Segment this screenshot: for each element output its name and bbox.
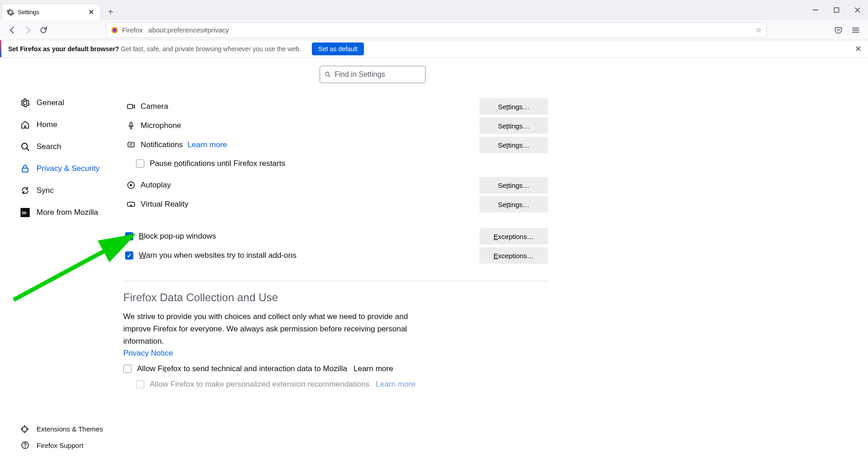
svg-rect-1 (834, 8, 839, 12)
permission-label: Virtual Reality (141, 200, 479, 209)
back-button[interactable] (5, 22, 20, 38)
nav-toolbar: Firefox about:preferences#privacy ☆ (0, 20, 868, 40)
sidebar-item-general[interactable]: General (20, 94, 119, 112)
svg-rect-11 (130, 122, 132, 126)
tab-title: Settings (18, 9, 86, 16)
allow-recommend-row: Allow Firefox to make personalized exten… (136, 380, 548, 389)
vr-settings-button[interactable]: Settings… (479, 196, 548, 213)
svg-rect-12 (128, 142, 134, 147)
sidebar-item-support[interactable]: Firefox Support (20, 437, 119, 453)
svg-point-4 (22, 144, 28, 149)
permission-label: Microphone (141, 121, 479, 130)
close-window-button[interactable] (847, 0, 868, 20)
mozilla-icon: m (20, 208, 30, 218)
permission-row-camera: Camera Settings… (123, 97, 548, 116)
sidebar-label: General (37, 98, 64, 107)
search-icon (20, 142, 30, 152)
content-area: General Home Search Privacy & Security S… (0, 58, 868, 463)
minimize-button[interactable] (805, 0, 826, 20)
svg-rect-0 (813, 10, 818, 11)
pause-notifications-label: Pause notifications until Firefox restar… (150, 159, 285, 168)
sidebar-item-privacy[interactable]: Privacy & Security (20, 160, 119, 177)
url-text: about:preferences#privacy (148, 26, 756, 34)
sidebar-item-search[interactable]: Search (20, 138, 119, 155)
svg-point-9 (326, 72, 329, 76)
search-placeholder: Find in Settings (335, 70, 385, 79)
permission-label: Notifications (141, 140, 183, 149)
popups-exceptions-button[interactable]: Exceptions… (479, 228, 548, 245)
firefox-icon (111, 27, 118, 34)
sidebar-label: Home (37, 120, 57, 129)
sidebar-label: Search (37, 142, 61, 151)
settings-main: Find in Settings Camera Settings… Microp… (119, 58, 566, 463)
pause-notifications-checkbox[interactable] (136, 160, 144, 168)
sidebar-label: Extensions & Themes (37, 425, 103, 433)
sidebar-label: Sync (37, 186, 54, 195)
section-divider (123, 281, 548, 281)
camera-settings-button[interactable]: Settings… (479, 98, 548, 115)
learn-more-link: Learn more (376, 380, 416, 389)
svg-rect-5 (22, 168, 28, 172)
bookmark-star-icon[interactable]: ☆ (756, 26, 762, 34)
allow-technical-row: Allow Firefox to send technical and inte… (123, 364, 548, 373)
sidebar-item-home[interactable]: Home (20, 116, 119, 133)
sidebar-item-sync[interactable]: Sync (20, 182, 119, 199)
forward-button[interactable] (20, 22, 36, 38)
sidebar-label: Firefox Support (37, 442, 84, 449)
warn-addons-checkbox[interactable] (125, 251, 133, 260)
autoplay-settings-button[interactable]: Settings… (479, 177, 548, 193)
window-controls (805, 0, 868, 20)
sync-icon (20, 186, 30, 196)
svg-point-3 (113, 28, 116, 32)
lock-icon (20, 164, 30, 174)
browser-tab[interactable]: Settings ✕ (2, 4, 100, 20)
puzzle-icon (20, 424, 30, 434)
addons-exceptions-button[interactable]: Exceptions… (479, 247, 548, 264)
microphone-settings-button[interactable]: Settings… (479, 117, 548, 134)
privacy-notice-link[interactable]: Privacy Notice (123, 349, 548, 358)
reload-button[interactable] (36, 22, 51, 38)
warn-addons-label: Warn you when websites try to install ad… (139, 251, 479, 260)
search-icon (325, 71, 331, 78)
permission-row-microphone: Microphone Settings… (123, 116, 548, 135)
pocket-icon[interactable] (831, 22, 846, 38)
data-collection-title: Firefox Data Collection and Use (123, 291, 548, 304)
permission-row-notifications: Notifications Learn more Settings… (123, 135, 548, 154)
svg-rect-10 (127, 105, 132, 109)
block-popups-label: Block pop-up windows (139, 232, 479, 241)
permission-row-vr: Virtual Reality Settings… (123, 195, 548, 214)
close-tab-button[interactable]: ✕ (86, 8, 95, 17)
app-menu-button[interactable] (848, 22, 863, 38)
allow-recommend-checkbox (136, 380, 144, 388)
gear-icon (20, 98, 30, 108)
svg-text:m: m (22, 210, 26, 215)
identity-label: Firefox (122, 26, 143, 34)
permission-label: Camera (141, 102, 479, 111)
microphone-icon (125, 122, 137, 130)
warn-addons-row: Warn you when websites try to install ad… (123, 246, 548, 265)
permission-row-autoplay: Autoplay Settings… (123, 176, 548, 195)
maximize-button[interactable] (826, 0, 847, 20)
tab-strip: Settings ✕ + (0, 0, 868, 20)
url-bar[interactable]: Firefox about:preferences#privacy ☆ (106, 22, 767, 38)
allow-technical-checkbox[interactable] (123, 365, 132, 373)
home-icon (20, 120, 30, 130)
default-bar-title: Set Firefox as your default browser? (8, 45, 119, 53)
block-popups-checkbox[interactable] (125, 232, 133, 240)
sidebar-label: More from Mozilla (37, 208, 98, 217)
learn-more-link[interactable]: Learn more (353, 364, 393, 373)
allow-technical-label: Allow Firefox to send technical and inte… (137, 364, 347, 373)
set-default-button[interactable]: Set as default (312, 43, 364, 55)
sidebar-item-more-mozilla[interactable]: m More from Mozilla (20, 204, 119, 221)
notifications-settings-button[interactable]: Settings… (479, 137, 548, 153)
settings-search-input[interactable]: Find in Settings (320, 66, 426, 83)
sidebar-label: Privacy & Security (37, 164, 100, 173)
new-tab-button[interactable]: + (103, 5, 118, 19)
gear-icon (7, 9, 14, 16)
learn-more-link[interactable]: Learn more (188, 140, 227, 149)
allow-recommend-label: Allow Firefox to make personalized exten… (150, 380, 369, 389)
sidebar-item-extensions[interactable]: Extensions & Themes (20, 421, 119, 436)
vr-icon (125, 200, 137, 208)
block-popups-row: Block pop-up windows Exceptions… (123, 227, 548, 246)
dismiss-bar-button[interactable]: ✕ (855, 44, 862, 54)
